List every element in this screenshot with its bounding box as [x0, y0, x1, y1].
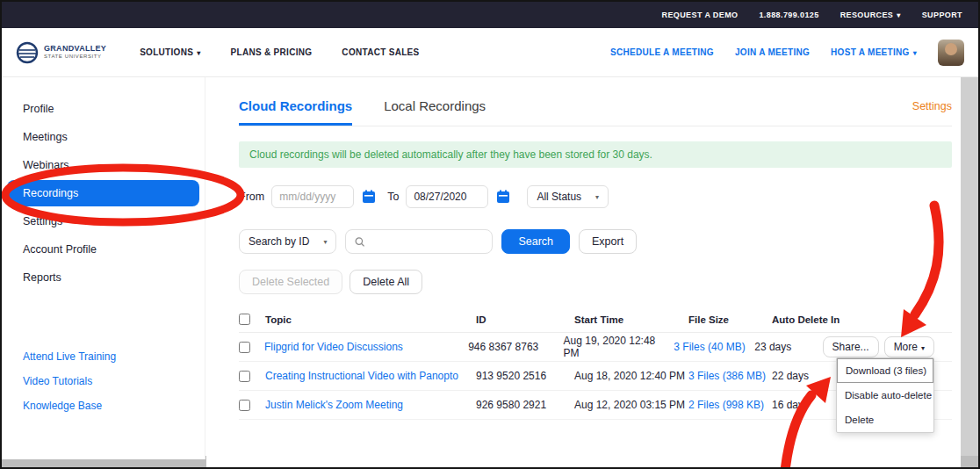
brand-text: GRANDVALLEY STATE UNIVERSITY: [44, 45, 106, 59]
calendar-icon[interactable]: [361, 189, 377, 205]
recording-auto-delete: 22 days: [772, 370, 842, 382]
chevron-down-icon: [323, 238, 327, 246]
plans-pricing-link[interactable]: PLANS & PRICING: [231, 47, 313, 57]
delete-selected-button[interactable]: Delete Selected: [239, 270, 342, 294]
sidebar: Profile Meetings Webinars Recordings Set…: [2, 77, 205, 459]
search-by-select[interactable]: Search by ID: [239, 229, 336, 254]
contact-sales-link[interactable]: CONTACT SALES: [342, 47, 419, 57]
search-button[interactable]: Search: [501, 229, 570, 254]
header-topic: Topic: [265, 314, 476, 325]
sidebar-item-profile[interactable]: Profile: [2, 95, 205, 123]
zoom-web-portal: REQUEST A DEMO 1.888.799.0125 RESOURCES …: [0, 0, 980, 469]
chevron-down-icon: [921, 344, 925, 352]
brand-line1: GRANDVALLEY: [44, 45, 106, 54]
gvsu-logo[interactable]: GRANDVALLEY STATE UNIVERSITY: [16, 41, 106, 64]
gvsu-logo-icon: [16, 41, 39, 64]
recording-files-link[interactable]: 3 Files (386 MB): [688, 370, 766, 382]
resources-menu[interactable]: RESOURCES: [840, 11, 901, 19]
user-avatar[interactable]: [938, 40, 964, 66]
chevron-down-icon: [913, 49, 917, 57]
attend-live-training-link[interactable]: Attend Live Training: [2, 344, 205, 369]
select-all-checkbox[interactable]: [239, 314, 250, 325]
schedule-meeting-link[interactable]: SCHEDULE A MEETING: [610, 47, 714, 57]
to-label: To: [387, 191, 399, 203]
sidebar-item-reports[interactable]: Reports: [2, 263, 205, 292]
recording-topic-link[interactable]: Creating Instructional Video with Panopt…: [265, 370, 458, 382]
chevron-down-icon: [897, 11, 900, 19]
search-row: Search by ID Search Export: [239, 229, 952, 254]
chevron-down-icon: [595, 193, 599, 201]
menu-item-delete[interactable]: Delete: [837, 408, 933, 432]
row-checkbox[interactable]: [239, 342, 250, 353]
sidebar-item-settings[interactable]: Settings: [2, 207, 205, 235]
date-filter-row: From To All Status: [239, 185, 952, 208]
sidebar-item-webinars[interactable]: Webinars: [2, 151, 205, 179]
to-date-input[interactable]: [406, 185, 488, 208]
search-box: [345, 229, 493, 254]
nav-right-links: SCHEDULE A MEETING JOIN A MEETING HOST A…: [610, 40, 964, 66]
recording-start-time: Aug 19, 2020 12:48 PM: [564, 335, 674, 359]
top-utility-bar: REQUEST A DEMO 1.888.799.0125 RESOURCES …: [2, 2, 978, 28]
recording-id: 913 9520 2516: [476, 370, 574, 382]
recording-topic-link[interactable]: Flipgrid for Video Discussions: [264, 341, 403, 353]
sidebar-item-account-profile[interactable]: Account Profile: [2, 235, 205, 263]
recording-files-link[interactable]: 3 Files (40 MB): [674, 341, 745, 353]
header-auto-delete: Auto Delete In: [772, 314, 842, 325]
recording-start-time: Aug 12, 2020 03:15 PM: [574, 399, 688, 411]
from-date-input[interactable]: [271, 185, 354, 208]
nav-left-links: SOLUTIONS PLANS & PRICING CONTACT SALES: [140, 47, 419, 57]
status-select[interactable]: All Status: [527, 185, 609, 208]
recording-id: 946 8367 8763: [468, 341, 563, 353]
sidebar-secondary-links: Attend Live Training Video Tutorials Kno…: [2, 344, 205, 418]
search-icon: [355, 236, 364, 248]
request-demo-link[interactable]: REQUEST A DEMO: [662, 11, 739, 19]
row-checkbox[interactable]: [239, 400, 250, 411]
sidebar-item-meetings[interactable]: Meetings: [2, 123, 205, 151]
retention-banner: Cloud recordings will be deleted automat…: [239, 141, 952, 168]
more-dropdown-menu: Download (3 files) Disable auto-delete D…: [836, 357, 934, 433]
header-id: ID: [476, 314, 574, 325]
calendar-icon[interactable]: [495, 189, 511, 205]
solutions-menu[interactable]: SOLUTIONS: [140, 47, 200, 57]
support-link[interactable]: SUPPORT: [922, 11, 962, 19]
phone-number-link[interactable]: 1.888.799.0125: [759, 11, 818, 19]
main-navbar: GRANDVALLEY STATE UNIVERSITY SOLUTIONS P…: [2, 28, 978, 77]
delete-all-button[interactable]: Delete All: [349, 270, 422, 294]
recording-auto-delete: 16 days: [772, 399, 842, 411]
share-button[interactable]: Share...: [823, 336, 879, 357]
recording-start-time: Aug 18, 2020 12:40 PM: [574, 370, 688, 382]
more-button[interactable]: More: [884, 336, 934, 357]
export-button[interactable]: Export: [579, 229, 637, 254]
host-meeting-menu[interactable]: HOST A MEETING: [831, 47, 917, 57]
chevron-down-icon: [197, 49, 200, 57]
from-label: From: [239, 191, 264, 203]
tabs-row: Cloud Recordings Local Recordings Settin…: [239, 98, 952, 126]
menu-item-download[interactable]: Download (3 files): [837, 358, 933, 383]
knowledge-base-link[interactable]: Knowledge Base: [2, 393, 205, 418]
recordings-settings-link[interactable]: Settings: [912, 98, 952, 112]
header-file-size: File Size: [688, 314, 772, 325]
join-meeting-link[interactable]: JOIN A MEETING: [735, 47, 810, 57]
search-input[interactable]: [371, 235, 484, 248]
recording-topic-link[interactable]: Justin Melick's Zoom Meeting: [265, 399, 403, 411]
row-checkbox[interactable]: [239, 371, 250, 382]
brand-line2: STATE UNIVERSITY: [44, 54, 106, 60]
delete-row: Delete Selected Delete All: [239, 270, 952, 294]
sidebar-item-recordings[interactable]: Recordings: [7, 180, 199, 206]
tab-cloud-recordings[interactable]: Cloud Recordings: [239, 98, 352, 126]
recording-files-link[interactable]: 2 Files (998 KB): [688, 399, 764, 411]
menu-item-disable-auto-delete[interactable]: Disable auto-delete: [837, 383, 933, 408]
tab-local-recordings[interactable]: Local Recordings: [384, 98, 486, 123]
recording-id: 926 9580 2921: [476, 399, 574, 411]
header-start-time: Start Time: [574, 314, 688, 325]
recording-auto-delete: 23 days: [754, 341, 822, 353]
table-header: Topic ID Start Time File Size Auto Delet…: [239, 307, 952, 333]
video-tutorials-link[interactable]: Video Tutorials: [2, 369, 205, 393]
